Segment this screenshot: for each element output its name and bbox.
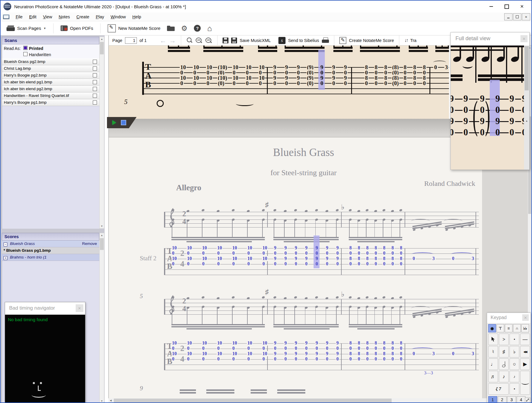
- page-number-input[interactable]: 1: [125, 37, 137, 44]
- scroll-down-icon[interactable]: ▼: [100, 399, 104, 403]
- keypad-number-4[interactable]: 4: [517, 396, 525, 403]
- scores-scrollbar[interactable]: ▲ ▼: [99, 233, 104, 403]
- rests-key[interactable]: ζ 7: [488, 383, 509, 395]
- zoom-icon[interactable]: [186, 37, 193, 44]
- open-pdfs-button[interactable]: Open PDFs: [59, 24, 95, 32]
- score-item-page[interactable]: * Blueish Grass pg1.bmp: [2, 247, 99, 254]
- scroll-up-icon[interactable]: ▲: [100, 233, 104, 238]
- whole-note-tab[interactable]: ◉: [488, 324, 496, 332]
- pen-square-icon[interactable]: [339, 37, 346, 44]
- menu-notes[interactable]: Notes: [56, 13, 73, 20]
- next-page-icon[interactable]: →: [169, 38, 176, 43]
- maximize-button[interactable]: [499, 1, 514, 12]
- tenuto-dash-key[interactable]: —: [520, 334, 530, 345]
- scan-file-row[interactable]: Harry's Boogie pg2.bmp: [2, 72, 99, 79]
- scan-pages-button[interactable]: Scan Pages ▼: [5, 24, 48, 32]
- menu-help[interactable]: Help: [129, 13, 145, 20]
- zoom-in-100-icon[interactable]: 100: [205, 37, 212, 44]
- keypad-number-2[interactable]: 2: [498, 396, 507, 403]
- half-note-key[interactable]: [499, 358, 509, 370]
- mdi-minimize-button[interactable]: [504, 13, 512, 20]
- close-button[interactable]: ✕: [520, 35, 528, 42]
- home-button[interactable]: ⌂: [205, 24, 214, 33]
- rewind-key[interactable]: ◀◀: [520, 346, 530, 358]
- close-button[interactable]: ✕: [514, 1, 530, 12]
- score-item-blueish-grass[interactable]: − Blueish Grass Remove: [2, 240, 99, 247]
- scan-file-row[interactable]: Ich aber bin elend pg1.bmp: [2, 79, 99, 86]
- scroll-down-icon[interactable]: ▼: [100, 224, 104, 228]
- transpose-icon[interactable]: ↓↑: [404, 38, 408, 43]
- open-folder-button[interactable]: [165, 25, 176, 32]
- send-to-sibelius-label[interactable]: Send to Sibelius: [288, 38, 319, 43]
- scan-file-checkbox[interactable]: [93, 73, 97, 77]
- save-icon[interactable]: [223, 38, 228, 43]
- scan-file-row[interactable]: Handwritten - Ravel String Quartet.tif: [2, 92, 99, 99]
- natural-key[interactable]: ♮: [488, 346, 498, 358]
- menu-edit[interactable]: Edit: [26, 13, 40, 20]
- accent-key[interactable]: >: [499, 334, 509, 345]
- expand-icon[interactable]: +: [4, 256, 7, 260]
- scan-file-row[interactable]: Harry's Boogie pg1.bmp: [2, 99, 99, 106]
- save-musicxml-icon[interactable]: [231, 38, 237, 43]
- menu-view[interactable]: View: [40, 13, 55, 20]
- scrollbar-thumb[interactable]: [100, 42, 104, 54]
- menu-play[interactable]: Play: [93, 13, 107, 20]
- scan-file-checkbox[interactable]: [93, 60, 97, 64]
- scan-file-row[interactable]: Ich aber bin elend pg2.bmp: [2, 86, 99, 92]
- chevron-down-icon[interactable]: ▼: [43, 27, 46, 30]
- scan-file-checkbox[interactable]: [93, 94, 97, 98]
- sixteenth-note-key[interactable]: ♬: [488, 371, 498, 382]
- play-icon[interactable]: [112, 120, 116, 125]
- score-item-brahms[interactable]: + Brahms - horn trio (1: [2, 254, 99, 261]
- stem-beam-tab[interactable]: ⊤: [497, 324, 504, 332]
- printed-checkbox[interactable]: [23, 46, 27, 50]
- menu-file[interactable]: File: [12, 13, 26, 20]
- transpose-label[interactable]: Tra: [410, 38, 416, 43]
- scroll-left-icon[interactable]: ◀: [108, 398, 113, 403]
- scrollbar-thumb[interactable]: [525, 46, 529, 90]
- full-detail-body[interactable]: ()909090909090909090909090▲: [451, 46, 529, 170]
- scan-image-pane[interactable]: TAB100100100100100100(10)(0)(10)(0)10010…: [108, 46, 449, 119]
- settings-button[interactable]: ⚙: [179, 24, 189, 33]
- new-notateme-score-button[interactable]: New NotateMe Score: [106, 23, 162, 34]
- printer-icon[interactable]: [322, 38, 329, 43]
- quarter-note-key[interactable]: ♩: [488, 358, 498, 370]
- staccato-dot-key[interactable]: •: [510, 334, 519, 345]
- scrollbar-thumb[interactable]: [100, 238, 104, 250]
- close-button[interactable]: ✕: [522, 314, 529, 321]
- mdi-restore-button[interactable]: [513, 13, 521, 20]
- close-button[interactable]: ✕: [76, 304, 83, 312]
- scan-file-checkbox[interactable]: [93, 66, 97, 71]
- scans-scrollbar[interactable]: ▲ ▼: [99, 37, 104, 229]
- tie-key[interactable]: [520, 371, 530, 395]
- fermata-tab[interactable]: ∩: [513, 324, 521, 332]
- scan-file-checkbox[interactable]: [93, 100, 97, 105]
- mdi-close-button[interactable]: ✕: [522, 13, 530, 20]
- augmentation-dot-key[interactable]: •: [510, 383, 519, 395]
- stop-icon[interactable]: [121, 120, 126, 125]
- menu-window[interactable]: Window: [107, 13, 129, 20]
- whole-note-key[interactable]: ○: [510, 358, 519, 370]
- pointer-key[interactable]: [488, 334, 498, 345]
- keypad-number-1[interactable]: 1: [488, 396, 497, 403]
- collapse-icon[interactable]: −: [4, 243, 7, 246]
- zoom-out-100-icon[interactable]: 100: [195, 37, 202, 44]
- previous-page-icon[interactable]: ←: [160, 38, 166, 43]
- scroll-up-icon[interactable]: ▲: [100, 37, 104, 41]
- horizontal-scrollbar[interactable]: ◀ ▶: [108, 398, 529, 403]
- sharp-key[interactable]: ♯: [499, 346, 509, 358]
- remove-link[interactable]: Remove: [82, 241, 97, 246]
- flat-key[interactable]: ♭: [510, 346, 519, 358]
- play-key[interactable]: ▶: [520, 358, 530, 370]
- grace-note-key[interactable]: ♪: [510, 371, 519, 382]
- scan-file-checkbox[interactable]: [93, 87, 97, 91]
- double-flat-tab[interactable]: ♭♭: [521, 324, 529, 332]
- minimize-button[interactable]: [484, 1, 499, 12]
- create-notateme-label[interactable]: Create NotateMe Score: [349, 38, 394, 43]
- handwritten-checkbox[interactable]: [23, 52, 27, 56]
- help-button[interactable]: ?: [192, 24, 202, 33]
- scan-file-row[interactable]: Christ Lag.bmp: [2, 65, 99, 72]
- scroll-up-icon[interactable]: ▲: [525, 119, 529, 123]
- resize-grip-icon[interactable]: [525, 397, 530, 403]
- menu-create[interactable]: Create: [73, 13, 93, 20]
